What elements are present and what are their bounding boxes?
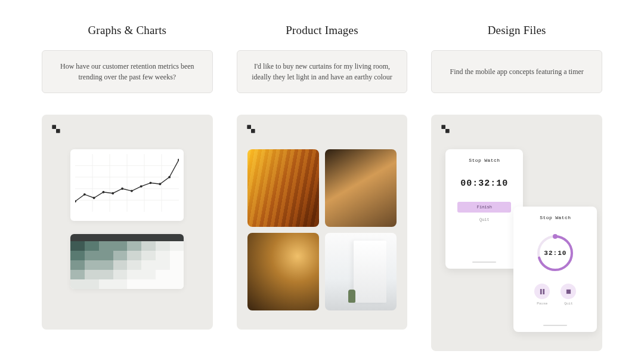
pause-label: Pause (537, 302, 547, 306)
column-design-files: Design Files Find the mobile app concept… (431, 24, 602, 351)
quit-link[interactable]: Quit (479, 217, 490, 222)
prompt-text: I'd like to buy new curtains for my livi… (248, 61, 397, 82)
svg-point-18 (140, 185, 143, 187)
svg-rect-24 (251, 129, 255, 133)
home-indicator (472, 262, 496, 263)
column-graphs-charts: Graphs & Charts How have our customer re… (42, 24, 213, 351)
svg-point-21 (169, 176, 171, 179)
ring-time: 32:10 (544, 250, 566, 257)
prompt-text: Find the mobile app concepts featuring a… (450, 66, 584, 77)
finish-button[interactable]: Finish (457, 202, 511, 213)
product-image-1[interactable] (247, 149, 319, 227)
svg-rect-32 (566, 289, 571, 293)
prompt-box[interactable]: I'd like to buy new curtains for my livi… (237, 50, 408, 93)
result-card-images[interactable] (237, 115, 408, 330)
svg-rect-25 (442, 125, 446, 129)
product-image-4[interactable] (325, 233, 397, 310)
stopwatch-time: 00:32:10 (460, 179, 508, 189)
column-product-images: Product Images I'd like to buy new curta… (237, 24, 408, 351)
svg-point-15 (112, 192, 114, 195)
finish-button-label: Finish (477, 205, 492, 210)
svg-point-17 (131, 190, 133, 192)
card-logo-icon (441, 124, 450, 136)
column-title: Design Files (488, 24, 546, 37)
card-logo-icon (246, 124, 256, 136)
svg-point-12 (83, 193, 86, 196)
product-image-2[interactable] (325, 149, 397, 227)
svg-rect-26 (445, 129, 450, 133)
prompt-box[interactable]: How have our customer retention metrics … (42, 50, 213, 93)
result-card-design[interactable]: Stop Watch 00:32:10 Finish Quit Stop Wat… (431, 115, 602, 351)
timer-ring: 32:10 (534, 232, 576, 274)
column-title: Product Images (286, 24, 358, 37)
result-card-charts[interactable] (42, 115, 213, 330)
pause-button[interactable] (534, 284, 550, 299)
svg-point-16 (121, 187, 123, 190)
quit-label: Quit (564, 302, 572, 306)
svg-rect-1 (56, 129, 60, 133)
svg-point-20 (159, 183, 162, 185)
svg-point-29 (553, 234, 558, 239)
heatmap-card (70, 234, 184, 289)
svg-point-19 (150, 182, 152, 184)
column-title: Graphs & Charts (88, 24, 166, 37)
line-chart-card (70, 149, 184, 221)
svg-point-14 (103, 191, 105, 193)
phone-mockup-b: Stop Watch 32:10 (513, 207, 597, 332)
phone-mockup-a: Stop Watch 00:32:10 Finish Quit (445, 149, 523, 269)
card-logo-icon (51, 124, 61, 136)
svg-rect-0 (52, 125, 56, 129)
svg-rect-30 (540, 289, 542, 294)
svg-point-13 (93, 197, 95, 199)
stopwatch-title: Stop Watch (540, 215, 571, 220)
svg-rect-23 (247, 125, 251, 129)
product-image-3[interactable] (247, 233, 319, 310)
home-indicator (543, 325, 567, 326)
pause-icon (540, 289, 545, 294)
svg-rect-31 (543, 289, 544, 294)
stop-icon (566, 289, 571, 294)
stop-button[interactable] (561, 284, 576, 299)
prompt-box[interactable]: Find the mobile app concepts featuring a… (431, 50, 602, 93)
stopwatch-title: Stop Watch (469, 158, 500, 163)
svg-point-22 (178, 159, 179, 161)
prompt-text: How have our customer retention metrics … (53, 61, 202, 82)
